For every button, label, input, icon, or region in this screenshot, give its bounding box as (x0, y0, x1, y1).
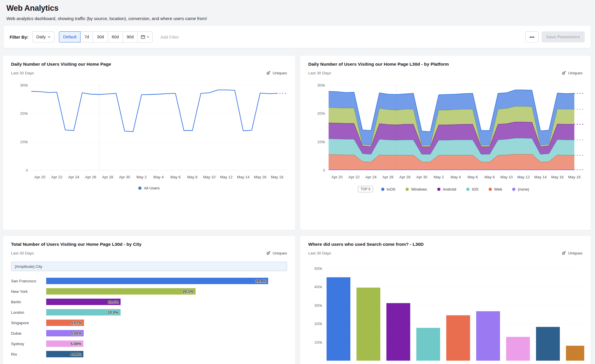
city-bar-row: Sydney5.00% (11, 338, 287, 349)
y-axis-tick: 200k (314, 322, 322, 326)
city-bar-row: Rio4.99% (11, 349, 287, 359)
bar[interactable] (416, 328, 440, 361)
x-axis-tick: May 8 (187, 175, 197, 179)
x-axis-tick: May 10 (203, 175, 216, 179)
chart-date-range: Last 30 Days (308, 251, 424, 255)
bar[interactable] (356, 288, 380, 361)
x-axis-tick: May 12 (220, 175, 233, 179)
range-button-30d[interactable]: 30d (93, 31, 108, 42)
add-filter-button[interactable]: Add Filter (160, 35, 179, 40)
x-axis-tick: May 12 (517, 175, 530, 179)
chevron-down-icon (48, 36, 51, 38)
city-bar[interactable]: 4.99% (46, 351, 83, 357)
chart-legend: All Users (11, 186, 287, 190)
line-chart[interactable]: 300k200k100k0Apr 20Apr 22Apr 24Apr 26Apr… (11, 82, 287, 184)
x-axis-tick: Apr 28 (102, 175, 113, 179)
city-bar[interactable]: 20.1% (46, 288, 196, 295)
city-name: San Francisco (11, 279, 46, 283)
legend-item[interactable]: Web (489, 187, 502, 191)
uniques-mode[interactable]: Uniques (562, 251, 583, 255)
uniques-mode[interactable]: Uniques (266, 71, 287, 75)
city-bar[interactable]: 5.07% (46, 320, 84, 326)
bar[interactable] (476, 311, 500, 361)
chart-title: Daily Number of Users Visiting our Home … (308, 62, 449, 67)
x-axis-tick: Apr 26 (382, 175, 393, 179)
x-axis-tick: May 6 (170, 175, 180, 179)
group-by-field[interactable]: [Amplitude] City (11, 262, 287, 271)
range-button-default[interactable]: Default (59, 31, 80, 42)
bar-chart-svg: 500k400k300k200k100k (308, 262, 584, 361)
x-axis-tick: Apr 30 (119, 175, 130, 179)
x-axis-tick: May 6 (467, 175, 478, 179)
x-axis-tick: May 16 (551, 175, 564, 179)
city-bar[interactable]: 5.05% (46, 330, 84, 336)
filter-by-label: Filter By: (10, 35, 28, 40)
city-name: London (11, 310, 46, 315)
legend-label: tvOS (387, 187, 395, 191)
x-axis-tick: Apr 26 (85, 175, 96, 179)
legend-color-dot (437, 188, 440, 191)
bar[interactable] (446, 315, 470, 361)
range-button-60d[interactable]: 60d (108, 31, 123, 42)
city-name: New York (11, 289, 46, 294)
chart-title: Where did users who used Search come fro… (308, 242, 424, 247)
uniques-mode[interactable]: Uniques (266, 251, 287, 255)
legend-label: Android (443, 187, 456, 191)
legend-item[interactable]: iOS (466, 187, 478, 191)
x-axis-tick: Apr 24 (365, 175, 377, 179)
page-header: Web Analytics Web analytics dashboard, s… (0, 0, 595, 21)
city-bar[interactable]: 10.0% (46, 299, 121, 305)
city-bar-row: Dubai5.05% (11, 328, 287, 338)
legend-item[interactable]: All Users (138, 186, 159, 190)
calendar-icon (141, 35, 145, 39)
x-axis-tick: Apr 20 (331, 175, 343, 179)
x-axis-tick: Apr 22 (51, 175, 62, 179)
chart-date-range: Last 30 Days (11, 251, 141, 255)
stacked-area-chart[interactable]: 300k200k100k0Apr 20Apr 22Apr 24Apr 26Apr… (308, 82, 583, 184)
city-name: Rio (11, 352, 46, 356)
card-users-by-city: Total Number of Users Visiting our Home … (3, 236, 295, 364)
legend-color-dot (489, 188, 492, 191)
y-axis-tick: 100k (314, 340, 322, 345)
custom-date-range-button[interactable] (137, 31, 153, 42)
card-header: Total Number of Users Visiting our Home … (11, 242, 287, 255)
dashboard-grid: Daily Number of Users Visiting our Home … (3, 56, 595, 364)
city-bar[interactable]: 29.9% (46, 278, 268, 284)
legend-label: (none) (518, 187, 529, 191)
bar[interactable] (566, 346, 584, 361)
x-axis-tick: Apr 24 (68, 175, 79, 179)
legend-item[interactable]: (none) (512, 187, 529, 191)
more-options-button[interactable]: ••• (525, 31, 539, 42)
bar-chart[interactable]: 500k400k300k200k100k (308, 262, 583, 362)
legend-item[interactable]: Windows (406, 187, 427, 191)
stacked-area-chart-svg: 300k200k100k0Apr 20Apr 22Apr 24Apr 26Apr… (308, 82, 584, 182)
bar[interactable] (536, 327, 560, 361)
city-name: Singapore (11, 321, 46, 325)
granularity-dropdown[interactable]: Daily (33, 31, 54, 42)
card-header: Daily Number of Users Visiting our Home … (308, 62, 583, 75)
bar[interactable] (506, 337, 530, 361)
city-bar[interactable]: 10.0% (46, 309, 121, 315)
y-axis-tick: 500k (314, 267, 322, 271)
bar[interactable] (327, 277, 350, 361)
save-parameters-button[interactable]: Save Parameters (542, 31, 585, 42)
range-button-90d[interactable]: 90d (123, 31, 138, 42)
chart-date-range: Last 30 Days (11, 71, 111, 75)
legend-item[interactable]: tvOS (381, 187, 395, 191)
filter-bar: Filter By: Daily Default 7d 30d 60d 90d … (4, 26, 591, 48)
legend-item[interactable]: Android (437, 187, 456, 191)
city-bar[interactable]: 5.00% (46, 340, 83, 347)
y-axis-tick: 0 (323, 168, 325, 173)
uniques-mode[interactable]: Uniques (562, 71, 583, 75)
range-button-7d[interactable]: 7d (80, 31, 93, 42)
y-axis-tick: 400k (314, 285, 322, 289)
group-by-field-label: [Amplitude] City (15, 264, 42, 269)
date-range-segmented-control: Default 7d 30d 60d 90d (59, 31, 153, 42)
chart-title: Daily Number of Users Visiting our Home … (11, 62, 111, 67)
chart-title: Total Number of Users Visiting our Home … (11, 242, 141, 247)
city-bar-row: Berlin10.0% (11, 297, 287, 307)
bar[interactable] (386, 303, 410, 361)
city-name: Berlin (11, 300, 46, 304)
y-axis-tick: 300k (317, 83, 325, 87)
uniques-icon (562, 71, 566, 75)
